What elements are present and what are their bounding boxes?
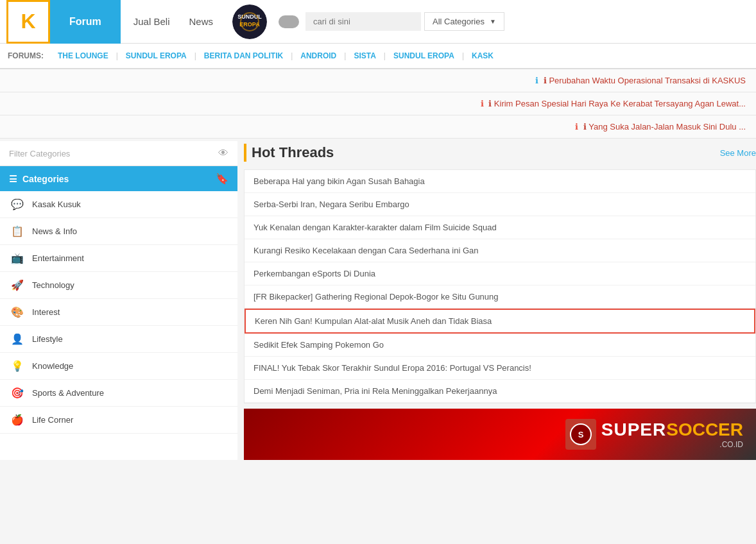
sidebar-item-technology[interactable]: 🚀 Technology <box>0 272 237 299</box>
info-icon-2: ℹ <box>481 99 484 108</box>
search-input[interactable] <box>305 12 421 31</box>
thread-item[interactable]: Demi Menjadi Seniman, Pria ini Rela Meni… <box>245 380 755 403</box>
categories-header-left: ☰ Categories <box>9 174 69 184</box>
categories-header[interactable]: ☰ Categories 🔖 <box>0 166 237 191</box>
nav-item-sundul-eropa-1[interactable]: SUNDUL EROPA <box>126 51 187 60</box>
sidebar-item-interest-label: Interest <box>32 307 60 317</box>
sidebar-item-technology-label: Technology <box>32 280 74 290</box>
forums-label: FORUMS: <box>8 51 44 60</box>
banner-coid-text: .CO.ID <box>601 440 743 449</box>
bulb-icon: 💡 <box>10 360 24 372</box>
sidebar-item-knowledge-label: Knowledge <box>32 361 73 371</box>
banner-text-container: SUPERSOCCER .CO.ID <box>601 420 743 449</box>
thread-item[interactable]: Perkembangan eSports Di Dunia <box>245 262 755 285</box>
palette-icon: 🎨 <box>10 306 24 318</box>
main-layout: Filter Categories 👁 ☰ Categories 🔖 💬 Kas… <box>0 141 756 460</box>
header: K Forum Jual Beli News SUNDUL EROPA All … <box>0 0 756 44</box>
nav-sep-3: | <box>291 51 293 60</box>
forum-button[interactable]: Forum <box>50 0 121 44</box>
cloud-icon <box>279 15 299 28</box>
announcement-1: ℹ ℹ Perubahan Waktu Operasional Transaks… <box>0 69 756 92</box>
nav-sep-1: | <box>116 51 118 60</box>
sidebar-item-knowledge[interactable]: 💡 Knowledge <box>0 353 237 380</box>
thread-item[interactable]: Beberapa Hal yang bikin Agan Susah Bahag… <box>245 170 755 193</box>
nav-item-android[interactable]: ANDROID <box>300 51 336 60</box>
content: Hot Threads See More Beberapa Hal yang b… <box>237 141 756 460</box>
sidebar-item-sports-adventure-label: Sports & Adventure <box>32 388 104 398</box>
target-icon: 🎯 <box>10 387 24 399</box>
sidebar-item-life-corner[interactable]: 🍎 Life Corner <box>0 407 237 434</box>
tv-icon: 📺 <box>10 252 24 264</box>
announcement-link-1[interactable]: ℹ Perubahan Waktu Operasional Transaksi … <box>544 76 746 85</box>
nav-news[interactable]: News <box>189 16 213 27</box>
announcement-link-3[interactable]: ℹ Yang Suka Jalan-Jalan Masuk Sini Dulu … <box>583 122 746 132</box>
banner-super-text: SUPER <box>601 420 666 439</box>
ss-icon: S <box>565 419 596 450</box>
sidebar: Filter Categories 👁 ☰ Categories 🔖 💬 Kas… <box>0 141 237 460</box>
nav-item-berita[interactable]: BERITA DAN POLITIK <box>204 51 283 60</box>
dropdown-arrow-icon: ▼ <box>490 18 496 25</box>
nav-item-sundul-eropa-2[interactable]: SUNDUL EROPA <box>393 51 454 60</box>
see-more-link[interactable]: See More <box>720 148 756 158</box>
logo-k: K <box>21 10 35 33</box>
info-icon-1: ℹ <box>535 76 538 85</box>
filter-categories-label: Filter Categories <box>9 149 218 158</box>
nav-sep-6: | <box>462 51 464 60</box>
sidebar-item-interest[interactable]: 🎨 Interest <box>0 299 237 326</box>
hot-threads-title: Hot Threads <box>244 144 334 162</box>
thread-item[interactable]: Sedikit Efek Samping Pokemon Go <box>245 334 755 357</box>
person-icon: 👤 <box>10 333 24 345</box>
forum-nav: FORUMS: THE LOUNGE | SUNDUL EROPA | BERI… <box>0 44 756 69</box>
categories-header-label: Categories <box>22 174 69 184</box>
thread-item[interactable]: FINAL! Yuk Tebak Skor Terakhir Sundul Er… <box>245 357 755 380</box>
sidebar-item-life-corner-label: Life Corner <box>32 415 73 425</box>
banner[interactable]: S SUPERSOCCER .CO.ID <box>244 409 756 460</box>
sidebar-item-news-info-label: News & Info <box>32 226 77 236</box>
sidebar-item-lifestyle[interactable]: 👤 Lifestyle <box>0 326 237 353</box>
hot-threads-heading: Hot Threads <box>252 144 334 161</box>
sidebar-item-lifestyle-label: Lifestyle <box>32 334 63 344</box>
orange-accent-bar <box>244 144 246 162</box>
thread-list: Beberapa Hal yang bikin Agan Susah Bahag… <box>244 169 756 404</box>
thread-item[interactable]: [FR Bikepacker] Gathering Regional Depok… <box>245 285 755 309</box>
sundul-eropa-logo[interactable]: SUNDUL EROPA <box>232 4 267 39</box>
bookmark-icon[interactable]: 🔖 <box>216 173 228 185</box>
sidebar-item-entertainment-label: Entertainment <box>32 253 84 263</box>
nav-sep-2: | <box>194 51 196 60</box>
thread-item[interactable]: Serba-Serbi Iran, Negara Seribu Embargo <box>245 193 755 216</box>
nav-sep-5: | <box>384 51 386 60</box>
svg-text:S: S <box>578 430 583 439</box>
nav-sep-4: | <box>344 51 346 60</box>
categories-dropdown[interactable]: All Categories ▼ <box>424 12 504 31</box>
chat-icon: 💬 <box>10 198 24 210</box>
announcement-3: ℹ ℹ Yang Suka Jalan-Jalan Masuk Sini Dul… <box>0 115 756 139</box>
nav-jual-beli[interactable]: Jual Beli <box>133 16 170 27</box>
thread-item[interactable]: Yuk Kenalan dengan Karakter-karakter dal… <box>245 216 755 239</box>
filter-categories-bar: Filter Categories 👁 <box>0 141 237 166</box>
news-icon: 📋 <box>10 225 24 237</box>
categories-dropdown-label: All Categories <box>433 17 485 26</box>
sidebar-item-entertainment[interactable]: 📺 Entertainment <box>0 245 237 272</box>
info-icon-3: ℹ <box>575 122 578 132</box>
sundul-logo-circle: SUNDUL EROPA <box>232 4 267 39</box>
thread-item-highlighted[interactable]: Keren Nih Gan! Kumpulan Alat-alat Musik … <box>245 309 755 334</box>
nav-item-kask[interactable]: KASK <box>472 51 494 60</box>
thread-item[interactable]: Kurangi Resiko Kecelakaan dengan Cara Se… <box>245 239 755 262</box>
announcement-2: ℹ ℹ Kirim Pesan Spesial Hari Raya Ke Ker… <box>0 92 756 115</box>
nav-item-sista[interactable]: SISTA <box>354 51 375 60</box>
eye-icon[interactable]: 👁 <box>218 148 228 159</box>
nav-item-the-lounge[interactable]: THE LOUNGE <box>58 51 108 60</box>
sidebar-item-kasak-kusuk[interactable]: 💬 Kasak Kusuk <box>0 191 237 218</box>
announcement-link-2[interactable]: ℹ Kirim Pesan Spesial Hari Raya Ke Kerab… <box>488 99 746 108</box>
rocket-icon: 🚀 <box>10 279 24 291</box>
super-soccer-logo: S SUPERSOCCER .CO.ID <box>565 419 743 450</box>
sidebar-item-kasak-kusuk-label: Kasak Kusuk <box>32 200 81 209</box>
banner-soccer-text: SOCCER <box>666 420 743 439</box>
sidebar-item-sports-adventure[interactable]: 🎯 Sports & Adventure <box>0 380 237 407</box>
list-icon: ☰ <box>9 174 17 184</box>
logo-box[interactable]: K <box>6 0 50 44</box>
apple-icon: 🍎 <box>10 414 24 426</box>
hot-threads-header: Hot Threads See More <box>244 144 756 162</box>
sidebar-item-news-info[interactable]: 📋 News & Info <box>0 218 237 245</box>
